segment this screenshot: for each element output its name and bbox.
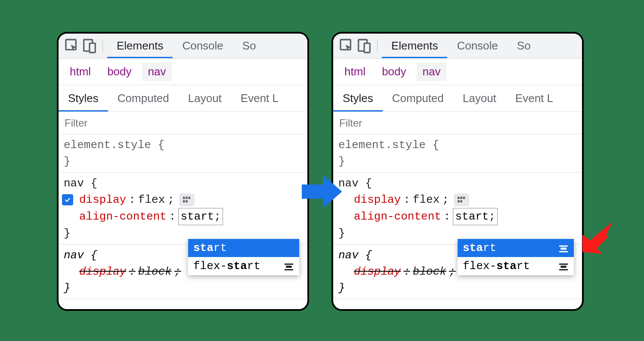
- close-brace: }: [338, 280, 577, 296]
- close-brace: }: [64, 280, 302, 296]
- autocomplete-item-start[interactable]: start: [458, 239, 574, 257]
- crumb-body[interactable]: body: [376, 62, 412, 81]
- devtools-panel-after: Elements Console So html body nav Styles…: [331, 32, 584, 311]
- crumb-nav[interactable]: nav: [417, 62, 447, 81]
- subtab-computed[interactable]: Computed: [108, 85, 179, 112]
- svg-rect-3: [183, 197, 185, 199]
- tab-elements[interactable]: Elements: [107, 34, 173, 58]
- breadcrumb: html body nav: [333, 59, 582, 85]
- svg-rect-10: [285, 269, 293, 270]
- svg-rect-0: [66, 40, 76, 50]
- svg-rect-23: [560, 266, 567, 268]
- svg-rect-17: [458, 200, 460, 202]
- prop-align-content[interactable]: align-content: start;: [64, 208, 302, 225]
- svg-rect-18: [460, 200, 462, 202]
- selector-nav: nav {: [338, 175, 577, 192]
- autocomplete-item-flex-start[interactable]: flex-start: [458, 257, 574, 275]
- autocomplete-popup: start flex-start: [458, 239, 574, 275]
- svg-rect-22: [559, 264, 568, 265]
- autocomplete-item-start[interactable]: start: [188, 239, 299, 257]
- styles-filter: [333, 112, 582, 134]
- close-brace: }: [64, 153, 302, 170]
- selector-element-style: element.style {: [338, 137, 577, 153]
- svg-rect-5: [188, 197, 190, 199]
- svg-rect-19: [559, 245, 568, 247]
- filter-input[interactable]: [59, 112, 307, 134]
- align-icon: [558, 244, 569, 252]
- main-toolbar: Elements Console So: [333, 34, 582, 59]
- subtab-eventlisteners[interactable]: Event L: [231, 85, 288, 112]
- prop-value-align-content[interactable]: start;: [453, 208, 498, 225]
- filter-input[interactable]: [333, 112, 582, 134]
- prop-display[interactable]: display: flex;: [338, 192, 577, 208]
- tab-console[interactable]: Console: [447, 34, 507, 58]
- svg-rect-7: [186, 200, 188, 202]
- prop-align-content[interactable]: align-content: start;: [338, 208, 577, 225]
- subtab-computed[interactable]: Computed: [383, 85, 453, 112]
- selector-element-style: element.style {: [64, 137, 302, 153]
- breadcrumb: html body nav: [59, 59, 307, 85]
- main-toolbar: Elements Console So: [59, 34, 307, 59]
- toolbar-divider: [377, 40, 378, 53]
- crumb-html[interactable]: html: [64, 62, 97, 81]
- prop-name-display: display: [354, 192, 401, 208]
- prop-value-display[interactable]: flex: [413, 192, 440, 208]
- svg-rect-6: [183, 200, 185, 202]
- prop-display[interactable]: display: flex;: [64, 192, 302, 208]
- flex-editor-icon[interactable]: [454, 194, 469, 206]
- tab-sources[interactable]: So: [233, 34, 266, 58]
- subtab-styles[interactable]: Styles: [333, 85, 383, 112]
- svg-rect-15: [460, 197, 462, 199]
- main-tabs: Elements Console So: [107, 34, 266, 58]
- crumb-nav[interactable]: nav: [142, 62, 172, 81]
- svg-rect-4: [186, 197, 188, 199]
- device-toggle-icon[interactable]: [81, 37, 98, 55]
- flex-editor-icon[interactable]: [180, 194, 194, 206]
- svg-rect-21: [559, 251, 568, 252]
- selector-nav: nav {: [64, 175, 302, 192]
- inspect-icon[interactable]: [64, 37, 81, 55]
- svg-rect-13: [364, 43, 370, 53]
- crumb-html[interactable]: html: [338, 62, 372, 81]
- svg-rect-8: [285, 264, 293, 265]
- styles-subtabs: Styles Computed Layout Event L: [59, 85, 307, 112]
- rule-nav[interactable]: nav { display: flex; align-content: star…: [59, 173, 307, 245]
- rule-nav[interactable]: nav { display: flex; align-content: star…: [333, 173, 582, 245]
- styles-subtabs: Styles Computed Layout Event L: [333, 85, 582, 112]
- prop-name-align-content: align-content: [354, 208, 441, 225]
- prop-value-display[interactable]: flex: [138, 192, 165, 208]
- tab-elements[interactable]: Elements: [382, 34, 447, 58]
- subtab-styles[interactable]: Styles: [59, 85, 108, 112]
- prop-name-display: display: [79, 192, 126, 208]
- prop-value-align-content[interactable]: start;: [178, 208, 223, 225]
- autocomplete-item-flex-start[interactable]: flex-start: [188, 257, 299, 275]
- rule-element-style[interactable]: element.style { }: [59, 134, 307, 173]
- device-toggle-icon[interactable]: [356, 37, 373, 55]
- crumb-body[interactable]: body: [101, 62, 137, 81]
- devtools-panel-before: Elements Console So html body nav Styles…: [57, 32, 309, 311]
- prop-name-align-content: align-content: [79, 208, 167, 225]
- tab-console[interactable]: Console: [173, 34, 232, 58]
- toolbar-divider: [102, 40, 103, 53]
- transition-arrow-icon: [297, 168, 344, 217]
- svg-rect-24: [559, 269, 568, 270]
- callout-arrow-icon: [576, 215, 619, 260]
- rule-element-style[interactable]: element.style { }: [333, 134, 582, 173]
- autocomplete-popup: start flex-start: [188, 239, 299, 275]
- styles-filter: [59, 112, 307, 134]
- subtab-layout[interactable]: Layout: [453, 85, 506, 112]
- main-tabs: Elements Console So: [382, 34, 540, 58]
- inspect-icon[interactable]: [338, 37, 356, 55]
- svg-rect-20: [560, 248, 567, 250]
- subtab-eventlisteners[interactable]: Event L: [506, 85, 563, 112]
- close-brace: }: [338, 153, 577, 170]
- prop-toggle-checkbox[interactable]: [62, 194, 73, 205]
- subtab-layout[interactable]: Layout: [179, 85, 231, 112]
- svg-rect-14: [458, 197, 460, 199]
- svg-rect-11: [341, 40, 350, 50]
- align-icon: [284, 262, 294, 270]
- tab-sources[interactable]: So: [508, 34, 540, 58]
- svg-rect-2: [90, 43, 95, 53]
- svg-rect-16: [463, 197, 465, 199]
- svg-rect-9: [286, 266, 292, 268]
